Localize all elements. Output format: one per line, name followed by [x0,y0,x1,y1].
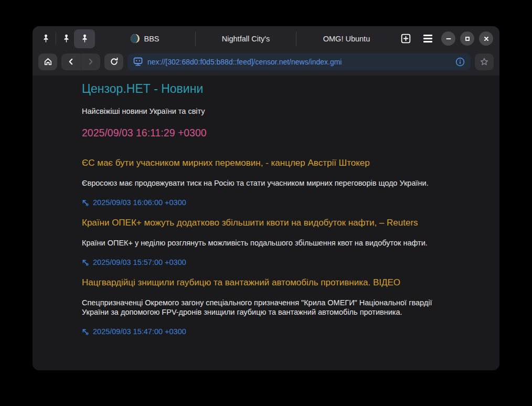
close-icon [483,36,490,42]
tab-label: Nightfall City's [222,35,270,43]
reload-button[interactable] [104,54,123,70]
arrow-northwest-icon [82,259,89,266]
article-summary: Євросоюз має продовжувати тиск на Росію … [82,178,439,188]
pushpin-icon [62,34,70,43]
pinned-tab-1[interactable] [38,30,54,47]
pushpin-icon [42,34,50,43]
news-article: Нацгвардійці знищили гаубицю та вантажни… [82,277,470,336]
back-button[interactable] [61,54,81,70]
moon-icon [131,34,140,43]
feed-timestamp: 2025/09/03 16:11:29 +0300 [82,127,470,139]
home-button[interactable] [38,54,57,70]
browser-window: BBS Nightfall City's OMG! Ubuntu [33,26,499,370]
new-tab-button[interactable] [397,30,414,48]
arrow-northwest-icon [82,328,89,335]
article-title: Країни ОПЕК+ можуть додатково збільшити … [82,218,470,229]
navigation-bar: nex://[302:68d0:f0d5:b88d::feed]/censor.… [33,51,499,76]
tab-nightfall-citys[interactable]: Nightfall City's [196,26,296,51]
home-icon [44,57,52,66]
news-article: ЄС має бути учасником мирних перемовин, … [82,158,470,207]
article-link-label: 2025/09/03 15:57:00 +0300 [93,258,186,266]
article-title: ЄС має бути учасником мирних перемовин, … [82,158,470,169]
pin-separator [56,33,56,45]
tab-label: BBS [144,35,159,43]
history-nav-group [61,54,100,70]
tab-bar: BBS Nightfall City's OMG! Ubuntu [33,26,499,51]
tab-label: OMG! Ubuntu [323,35,370,43]
menu-button[interactable] [419,30,437,48]
tab-omg-ubuntu[interactable]: OMG! Ubuntu [296,26,397,51]
info-icon[interactable] [455,57,465,67]
url-field[interactable]: nex://[302:68d0:f0d5:b88d::feed]/censor.… [127,54,471,70]
article-link-label: 2025/09/03 16:06:00 +0300 [93,198,186,207]
maximize-button[interactable] [460,31,474,46]
bookmark-button[interactable] [475,54,494,70]
article-title: Нацгвардійці знищили гаубицю та вантажни… [82,277,470,289]
url-text: nex://[302:68d0:f0d5:b88d::feed]/censor.… [147,58,451,66]
arrow-northwest-icon [82,199,89,206]
page-subtitle: Найсвіжіші новини України та світу [82,106,470,116]
pushpin-icon [81,34,89,43]
hamburger-icon [423,35,432,42]
pinned-tab-3-active[interactable] [74,29,95,48]
desktop: { "browser": { "pinned_tabs": {"count": … [0,0,532,406]
minimize-button[interactable] [441,31,455,46]
bookmark-star-icon [480,57,489,67]
forward-icon [87,58,94,66]
new-tab-icon [401,34,411,44]
article-summary: Країни ОПЕК+ у неділю розглянуть можливі… [82,238,439,248]
article-link-label: 2025/09/03 15:47:00 +0300 [93,327,186,336]
pinned-tab-2[interactable] [58,30,74,47]
article-link[interactable]: 2025/09/03 15:47:00 +0300 [82,327,186,336]
maximize-icon [464,36,471,42]
terminal-monitor-icon [133,57,143,66]
page-content: Цензор.НЕТ - Новини Найсвіжіші новини Ук… [33,76,499,370]
minimize-icon [445,36,452,42]
article-link[interactable]: 2025/09/03 15:57:00 +0300 [82,258,186,266]
tab-bbs[interactable]: BBS [95,26,195,51]
article-summary: Спецпризначенці Окремого загону спеціаль… [82,298,439,317]
forward-button[interactable] [81,54,101,70]
page-title: Цензор.НЕТ - Новини [82,82,470,97]
back-icon [67,58,75,66]
news-article: Країни ОПЕК+ можуть додатково збільшити … [82,218,470,266]
close-button[interactable] [479,31,493,46]
article-link[interactable]: 2025/09/03 16:06:00 +0300 [82,198,186,207]
reload-icon [110,57,119,66]
pinned-tabs-group [38,26,95,51]
